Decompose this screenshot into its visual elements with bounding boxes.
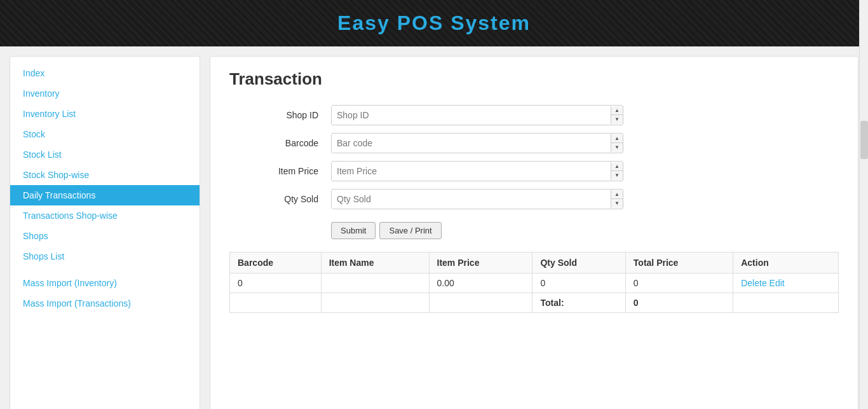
sidebar: Index Inventory Inventory List Stock Sto… — [10, 56, 200, 409]
qty-sold-row: Qty Sold ▲ ▼ — [229, 189, 839, 209]
sidebar-item-stock-list[interactable]: Stock List — [10, 144, 200, 165]
shop-id-spinner: ▲ ▼ — [611, 106, 623, 124]
shop-id-input-wrapper: ▲ ▼ — [331, 105, 623, 125]
barcode-row: Barcode ▲ ▼ — [229, 133, 839, 153]
item-price-increment[interactable]: ▲ — [611, 162, 623, 171]
main-layout: Index Inventory Inventory List Stock Sto… — [10, 56, 858, 409]
total-value-cell: 0 — [625, 293, 733, 313]
table-body: 0 0.00 0 0 Delete Edit To — [230, 274, 839, 313]
table-header: Barcode Item Name Item Price Qty Sold To… — [230, 253, 839, 274]
scrollbar-track[interactable] — [859, 0, 868, 409]
shop-id-decrement[interactable]: ▼ — [611, 115, 623, 124]
barcode-input-wrapper: ▲ ▼ — [331, 133, 623, 153]
transaction-form: Shop ID ▲ ▼ Barcode ▲ ▼ — [229, 105, 839, 209]
app-title: Easy POS System — [0, 11, 868, 35]
sidebar-item-mass-import-transactions[interactable]: Mass Import (Transactions) — [10, 293, 200, 314]
item-price-spinner: ▲ ▼ — [611, 162, 623, 180]
qty-sold-label: Qty Sold — [229, 194, 331, 204]
edit-link[interactable]: Edit — [770, 278, 785, 288]
sidebar-item-transactions-shop-wise[interactable]: Transactions Shop-wise — [10, 205, 200, 226]
item-price-row: Item Price ▲ ▼ — [229, 161, 839, 181]
col-qty-sold: Qty Sold — [532, 253, 625, 274]
item-price-input-wrapper: ▲ ▼ — [331, 161, 623, 181]
cell-action: Delete Edit — [733, 274, 839, 293]
barcode-label: Barcode — [229, 138, 331, 148]
total-label: Total: — [540, 298, 564, 308]
form-buttons: Submit Save / Print — [331, 222, 839, 239]
sidebar-item-mass-import-inventory[interactable]: Mass Import (Inventory) — [10, 273, 200, 293]
sidebar-item-daily-transactions[interactable]: Daily Transactions — [10, 185, 200, 205]
sidebar-item-inventory-list[interactable]: Inventory List — [10, 104, 200, 124]
qty-sold-input[interactable] — [332, 190, 611, 209]
table-row: 0 0.00 0 0 Delete Edit — [230, 274, 839, 293]
transactions-table: Barcode Item Name Item Price Qty Sold To… — [229, 252, 839, 313]
qty-sold-spinner: ▲ ▼ — [611, 190, 623, 208]
sidebar-divider — [10, 267, 200, 273]
item-price-label: Item Price — [229, 166, 331, 176]
item-price-decrement[interactable]: ▼ — [611, 171, 623, 180]
sidebar-item-stock[interactable]: Stock — [10, 124, 200, 144]
shop-id-label: Shop ID — [229, 110, 331, 120]
barcode-input[interactable] — [332, 134, 611, 153]
col-item-name: Item Name — [321, 253, 429, 274]
main-content: Transaction Shop ID ▲ ▼ Barcode — [210, 56, 858, 409]
sidebar-item-stock-shop-wise[interactable]: Stock Shop-wise — [10, 165, 200, 185]
shop-id-input[interactable] — [332, 106, 611, 125]
submit-button[interactable]: Submit — [331, 222, 376, 239]
shop-id-increment[interactable]: ▲ — [611, 106, 623, 115]
qty-sold-input-wrapper: ▲ ▼ — [331, 189, 623, 209]
cell-item-price: 0.00 — [429, 274, 532, 293]
app-header: Easy POS System — [0, 0, 868, 46]
scrollbar-thumb[interactable] — [860, 121, 868, 159]
col-total-price: Total Price — [625, 253, 733, 274]
table-header-row: Barcode Item Name Item Price Qty Sold To… — [230, 253, 839, 274]
sidebar-item-inventory[interactable]: Inventory — [10, 83, 200, 104]
total-label-cell: Total: — [532, 293, 625, 313]
qty-sold-increment[interactable]: ▲ — [611, 190, 623, 199]
cell-barcode: 0 — [230, 274, 322, 293]
total-price-cell — [429, 293, 532, 313]
col-barcode: Barcode — [230, 253, 322, 274]
table-total-row: Total: 0 — [230, 293, 839, 313]
total-name-cell — [321, 293, 429, 313]
sidebar-item-shops[interactable]: Shops — [10, 226, 200, 246]
cell-qty-sold: 0 — [532, 274, 625, 293]
page-title: Transaction — [229, 69, 839, 89]
total-barcode-cell — [230, 293, 322, 313]
total-value: 0 — [634, 298, 639, 308]
qty-sold-decrement[interactable]: ▼ — [611, 199, 623, 208]
sidebar-item-shops-list[interactable]: Shops List — [10, 246, 200, 267]
delete-link[interactable]: Delete — [741, 278, 766, 288]
shop-id-row: Shop ID ▲ ▼ — [229, 105, 839, 125]
save-print-button[interactable]: Save / Print — [379, 222, 441, 239]
col-item-price: Item Price — [429, 253, 532, 274]
cell-total-price: 0 — [625, 274, 733, 293]
cell-item-name — [321, 274, 429, 293]
sidebar-item-index[interactable]: Index — [10, 63, 200, 83]
col-action: Action — [733, 253, 839, 274]
barcode-decrement[interactable]: ▼ — [611, 143, 623, 152]
total-action-cell — [733, 293, 839, 313]
barcode-increment[interactable]: ▲ — [611, 134, 623, 143]
barcode-spinner: ▲ ▼ — [611, 134, 623, 152]
item-price-input[interactable] — [332, 162, 611, 181]
